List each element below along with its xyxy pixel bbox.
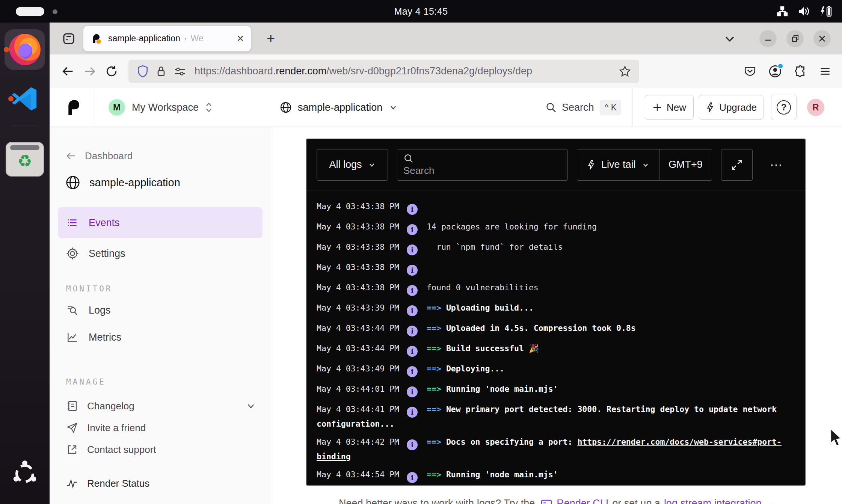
service-name: sample-application <box>298 102 382 113</box>
info-icon[interactable]: i <box>407 305 418 316</box>
extensions-icon[interactable] <box>794 65 807 78</box>
sidebar-item-invite[interactable]: Invite a friend <box>50 417 271 439</box>
log-row[interactable]: May 4 03:43:44 PMi==>Build successful 🎉 <box>317 342 795 357</box>
info-icon[interactable]: i <box>407 326 418 337</box>
log-row[interactable]: May 4 03:43:38 PMi <box>317 200 795 215</box>
timezone-button[interactable]: GMT+9 <box>659 149 712 180</box>
sidebar-back-dashboard[interactable]: Dashboard <box>50 146 271 165</box>
info-icon[interactable]: i <box>407 346 418 357</box>
shield-icon[interactable] <box>137 65 149 78</box>
log-row[interactable]: May 4 03:43:38 PMi14 packages are lookin… <box>317 220 795 235</box>
log-row[interactable]: May 4 03:43:44 PMi==>Uploaded in 4.5s. C… <box>317 322 795 337</box>
account-icon[interactable] <box>768 65 782 78</box>
sidebar-item-render-status[interactable]: Render Status <box>50 472 271 494</box>
bookmark-star-icon[interactable] <box>619 65 631 77</box>
ubuntu-logo[interactable] <box>9 458 40 489</box>
log-list[interactable]: May 4 03:43:38 PMiMay 4 03:43:38 PMi14 p… <box>307 190 805 485</box>
forward-button[interactable] <box>79 60 101 82</box>
status-pulse-icon <box>66 477 78 489</box>
user-avatar[interactable]: R <box>807 99 824 116</box>
workspace-selector[interactable]: M My Workspace <box>109 99 213 116</box>
info-icon[interactable]: i <box>407 386 418 397</box>
dock-item-firefox[interactable] <box>0 23 50 70</box>
log-filter-dropdown[interactable]: All logs <box>317 149 388 181</box>
browser-tab[interactable]: sample-application · We ✕ <box>83 26 251 51</box>
lock-icon[interactable] <box>155 65 167 77</box>
pocket-icon[interactable] <box>744 65 756 78</box>
system-status-icons[interactable] <box>777 0 832 23</box>
live-tail-dropdown[interactable]: Live tail <box>577 149 659 180</box>
log-search-box[interactable] <box>397 149 568 181</box>
close-window-button[interactable] <box>813 30 831 47</box>
header-divider <box>632 88 633 127</box>
info-icon[interactable]: i <box>407 224 418 235</box>
workspace-pill[interactable] <box>16 7 44 16</box>
info-icon[interactable]: i <box>407 244 418 255</box>
url-scheme: https://dashboard. <box>195 65 276 77</box>
running-indicator <box>8 96 14 101</box>
url-text[interactable]: https://dashboard.render.com/web/srv-d0b… <box>195 65 619 77</box>
sidebar-item-contact-support[interactable]: Contact support <box>50 439 271 460</box>
render-logo[interactable] <box>65 98 83 117</box>
info-icon[interactable]: i <box>407 439 418 450</box>
sidebar-item-label: Settings <box>89 248 125 260</box>
log-stream-link[interactable]: log stream integration → <box>664 498 774 504</box>
menu-icon[interactable] <box>819 65 831 78</box>
sidebar-item-logs[interactable]: Logs <box>58 297 263 324</box>
vscode-icon <box>11 85 39 113</box>
events-list-icon <box>66 216 79 229</box>
network-icon <box>777 6 788 17</box>
log-row[interactable]: May 4 03:44:41 PMi==>New primary port de… <box>317 403 795 430</box>
log-arrow: ==> <box>427 323 441 333</box>
log-row[interactable]: May 4 03:43:38 PMi run `npm fund` for de… <box>317 241 795 255</box>
tab-close-icon[interactable]: ✕ <box>237 33 244 44</box>
dock-item-vscode[interactable] <box>5 83 45 115</box>
log-row[interactable]: May 4 03:43:38 PMifound 0 vulnerabilitie… <box>317 281 795 296</box>
new-button[interactable]: New <box>645 95 694 120</box>
chevron-updown-icon <box>205 102 213 113</box>
list-all-tabs-icon[interactable] <box>723 32 736 45</box>
global-search[interactable]: Search ^ K <box>545 100 621 115</box>
service-selector[interactable]: sample-application <box>280 101 397 113</box>
info-icon[interactable]: i <box>407 204 418 215</box>
info-icon[interactable]: i <box>407 366 418 377</box>
back-button[interactable] <box>57 60 79 82</box>
sidebar-item-label: Logs <box>89 305 111 316</box>
more-options-button[interactable]: ⋯ <box>770 157 784 172</box>
info-icon[interactable]: i <box>407 285 418 296</box>
log-row[interactable]: May 4 03:43:49 PMi==>Deploying... <box>317 362 795 377</box>
sidebar-item-metrics[interactable]: Metrics <box>58 324 263 351</box>
sidebar-item-changelog[interactable]: Changelog <box>50 395 271 417</box>
sidebar-item-settings[interactable]: Settings <box>58 238 263 269</box>
log-search-input[interactable] <box>403 165 561 177</box>
info-icon[interactable]: i <box>407 407 418 418</box>
log-timestamp: May 4 03:44:01 PM <box>317 384 399 394</box>
log-row[interactable]: May 4 03:44:01 PMi==>Running 'node main.… <box>317 383 795 397</box>
main-content: All logs <box>271 127 842 504</box>
new-tab-button[interactable]: + <box>261 29 281 49</box>
minimize-button[interactable] <box>759 30 777 47</box>
help-button[interactable]: ? <box>771 95 797 120</box>
render-cli-link[interactable]: Render CLI <box>557 498 608 504</box>
arrow-left-icon <box>65 150 77 161</box>
log-row[interactable]: May 4 03:43:38 PMi <box>317 261 795 276</box>
permissions-icon[interactable] <box>174 66 186 77</box>
restore-button[interactable] <box>786 30 804 47</box>
log-row[interactable]: May 4 03:44:42 PMi==>Docs on specifying … <box>317 436 795 463</box>
log-row[interactable]: May 4 03:44:54 PMi==>Running 'node main.… <box>317 468 795 483</box>
firefox-view-icon[interactable] <box>58 28 80 50</box>
system-clock[interactable]: May 4 15:45 <box>394 6 448 17</box>
info-icon[interactable]: i <box>407 472 418 483</box>
expand-logs-button[interactable] <box>721 149 753 181</box>
log-row[interactable]: May 4 03:43:39 PMi==>Uploading build... <box>317 302 795 316</box>
navigation-toolbar: https://dashboard.render.com/web/srv-d0b… <box>50 54 842 88</box>
sidebar-service-title[interactable]: sample-application <box>50 171 271 194</box>
info-icon[interactable]: i <box>407 265 418 276</box>
upgrade-button[interactable]: Upgrade <box>699 95 764 120</box>
dock-item-trash[interactable]: ♻ <box>0 134 50 177</box>
reload-button[interactable] <box>101 60 122 82</box>
sidebar-item-events[interactable]: Events <box>58 207 263 238</box>
url-bar[interactable]: https://dashboard.render.com/web/srv-d0b… <box>128 60 639 83</box>
workspace-dot[interactable] <box>53 9 57 14</box>
logs-search-icon <box>66 304 79 317</box>
